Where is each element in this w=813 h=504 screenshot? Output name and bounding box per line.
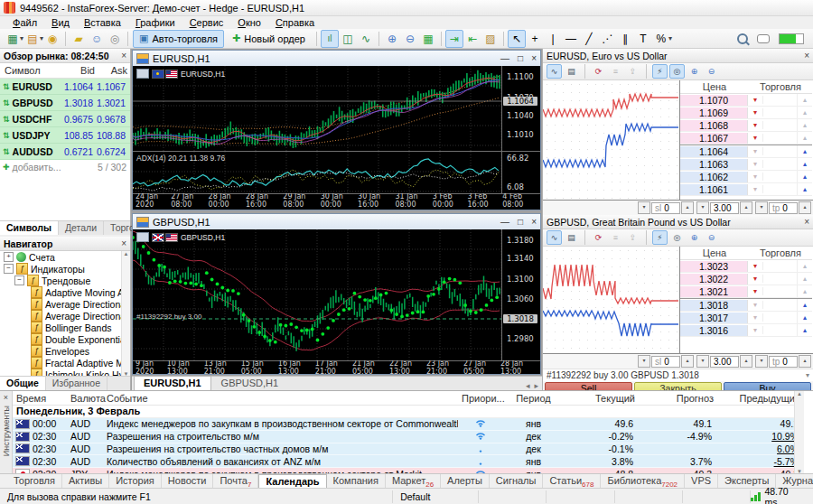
menu-item[interactable]: Вид bbox=[44, 16, 77, 29]
close-icon[interactable]: × bbox=[4, 393, 8, 402]
volume-spinner[interactable]: ▾ 3.00 ▴ bbox=[696, 355, 752, 368]
buy-arrow-icon[interactable]: ▴ bbox=[798, 96, 812, 104]
stop-loss-spinner[interactable]: ▾ sl0 ▴ bbox=[638, 355, 694, 368]
collapse-icon[interactable]: − bbox=[14, 275, 24, 285]
auto-trading-button[interactable]: ▣ Авто-торговля bbox=[133, 30, 224, 48]
sell-arrow-icon[interactable]: ▾ bbox=[748, 96, 763, 104]
bid-ladder-row[interactable]: 1.1063 ▾ ▴ bbox=[680, 158, 812, 171]
buy-arrow-icon[interactable]: ▴ bbox=[798, 108, 812, 117]
increment-icon[interactable]: ▴ bbox=[681, 201, 694, 214]
sell-arrow-icon[interactable]: ▾ bbox=[748, 160, 763, 168]
depth-grid-icon[interactable]: ▤ bbox=[564, 230, 579, 245]
navigator-indicator-item[interactable]: ƒ Bollinger Bands bbox=[0, 322, 130, 333]
close-icon[interactable]: × bbox=[121, 51, 126, 61]
account-icon[interactable]: ☺ bbox=[88, 30, 106, 48]
sell-arrow-icon[interactable]: ▾ bbox=[748, 147, 763, 155]
market-watch-tab[interactable]: Детали bbox=[59, 221, 104, 235]
vertical-line-tool-button[interactable]: | bbox=[544, 30, 562, 48]
navigator-indicator-item[interactable]: ƒ Adaptive Moving Av bbox=[0, 286, 130, 298]
sell-arrow-icon[interactable]: ▾ bbox=[748, 173, 763, 181]
text-tool-button[interactable]: T bbox=[634, 30, 652, 48]
chart-toolbar-icon[interactable] bbox=[136, 69, 149, 79]
tab-scroll-right-icon[interactable]: ▸ bbox=[534, 381, 538, 390]
scroll-up-icon[interactable]: ▲ bbox=[124, 251, 129, 257]
expand-icon[interactable]: + bbox=[4, 252, 14, 262]
calendar-event-row[interactable]: 00:00 AUD Индекс менеджеров по закупкам … bbox=[13, 418, 804, 431]
collapse-icon[interactable]: − bbox=[4, 264, 14, 274]
buy-arrow-icon[interactable]: ▴ bbox=[798, 160, 812, 168]
buy-arrow-icon[interactable]: ▴ bbox=[798, 147, 812, 155]
show-orders-icon[interactable]: ◎ bbox=[669, 64, 685, 79]
ask-ladder-row[interactable]: 1.1070 ▾ ▴ bbox=[680, 94, 812, 107]
ask-ladder-row[interactable]: 1.1068 ▾ ▴ bbox=[680, 119, 812, 132]
toolbox-tab[interactable]: Активы bbox=[62, 474, 109, 488]
bid-ladder-row[interactable]: 1.3017 ▾ ▴ bbox=[680, 312, 812, 324]
close-icon[interactable]: × bbox=[121, 238, 126, 248]
refresh-icon[interactable]: ⟳ bbox=[591, 230, 606, 245]
close-icon[interactable]: × bbox=[531, 53, 537, 63]
buy-arrow-icon[interactable]: ▴ bbox=[798, 185, 812, 193]
history-center-button[interactable]: ◉ bbox=[43, 30, 61, 48]
toolbox-tab[interactable]: VPS bbox=[685, 474, 718, 488]
take-profit-spinner[interactable]: ▾ tp0 ▴ bbox=[755, 201, 811, 214]
ask-ladder-row[interactable]: 1.3021 ▾ ▴ bbox=[680, 285, 812, 298]
navigator-tab[interactable]: Избранное bbox=[46, 377, 107, 390]
navigator-indicator-item[interactable]: ƒ Double Exponential bbox=[0, 333, 130, 345]
chart-shift-button[interactable]: ⇤ bbox=[463, 30, 481, 48]
zoom-out-icon[interactable]: ⊖ bbox=[704, 230, 719, 245]
market-watch-row[interactable]: ⇅AUDUSD 0.6721 0.6724 bbox=[0, 144, 130, 160]
add-symbol-row[interactable]: ✚ добавить... 5 / 302 bbox=[0, 160, 130, 174]
increment-icon[interactable]: ▴ bbox=[740, 201, 752, 214]
zoom-out-button[interactable]: ⊖ bbox=[401, 30, 419, 48]
show-orders-icon[interactable]: ◎ bbox=[669, 230, 685, 245]
menu-item[interactable]: Окно bbox=[230, 16, 268, 29]
zoom-out-icon[interactable]: ⊖ bbox=[704, 64, 719, 79]
buy-arrow-icon[interactable]: ▴ bbox=[798, 301, 812, 309]
decrement-icon[interactable]: ▾ bbox=[638, 201, 650, 214]
sell-arrow-icon[interactable]: ▾ bbox=[748, 313, 763, 322]
broadcast-icon[interactable]: ◎ bbox=[106, 30, 124, 48]
calendar-scrollbar[interactable]: ▲ ▼ bbox=[794, 391, 804, 474]
bid-ladder-row[interactable]: 1.1062 ▾ ▴ bbox=[680, 171, 812, 183]
one-click-trading-icon[interactable]: ⚡ bbox=[652, 64, 668, 79]
position-selector[interactable]: #11392292 buy 3.00 GBPUSD 1.3018 ▾ bbox=[543, 369, 813, 381]
toolbox-tab[interactable]: Сигналы bbox=[490, 474, 544, 488]
toolbox-tab[interactable]: Новости bbox=[162, 474, 214, 488]
cursor-tool-button[interactable]: ↖ bbox=[508, 30, 526, 48]
menu-item[interactable]: Графики bbox=[128, 16, 182, 29]
decrement-icon[interactable]: ▾ bbox=[696, 201, 709, 214]
toolbox-tab[interactable]: Компания bbox=[327, 474, 386, 488]
chart-tab[interactable]: GBPUSD,H1 bbox=[211, 376, 289, 390]
navigator-indicator-item[interactable]: ƒ Fractal Adaptive Mo bbox=[0, 357, 130, 369]
eurusd-window-titlebar[interactable]: EURUSD,H1 — □ × bbox=[133, 51, 540, 66]
crosshair-tool-button[interactable]: + bbox=[526, 30, 544, 48]
tree-node-trend[interactable]: − ƒ Трендовые bbox=[0, 275, 130, 286]
minimize-icon[interactable]: — bbox=[500, 217, 509, 227]
channel-tool-button[interactable]: ∥ bbox=[616, 30, 634, 48]
depth-grid-icon[interactable]: ▤ bbox=[564, 64, 579, 79]
toolbox-tab[interactable]: Библиотека7202 bbox=[601, 474, 685, 488]
toolbox-tab[interactable]: История bbox=[109, 474, 162, 488]
sell-arrow-icon[interactable]: ▾ bbox=[748, 134, 763, 142]
sell-arrow-icon[interactable]: ▾ bbox=[748, 121, 763, 129]
bar-chart-mode-button[interactable]: ıl bbox=[321, 30, 339, 48]
auto-scroll-button[interactable]: ⇥ bbox=[445, 30, 463, 48]
sell-arrow-icon[interactable]: ▾ bbox=[748, 287, 763, 295]
market-watch-row[interactable]: ⇅USDCHF 0.9675 0.9678 bbox=[0, 111, 130, 127]
ask-ladder-row[interactable]: 1.3022 ▾ ▴ bbox=[680, 273, 812, 285]
sell-arrow-icon[interactable]: ▾ bbox=[748, 301, 763, 309]
navigator-indicator-item[interactable]: ƒ Average Directional bbox=[0, 310, 130, 322]
chart-toolbar-icon[interactable] bbox=[136, 232, 149, 242]
minimize-icon[interactable]: — bbox=[500, 53, 509, 63]
toolbox-tab[interactable]: Маркет26 bbox=[386, 474, 441, 488]
gbpusd-main-chart[interactable]: GBPUSD,H1 #11392292 buy 3.00 1.3180 1.31… bbox=[133, 229, 540, 360]
candle-chart-mode-button[interactable]: ◫ bbox=[339, 30, 357, 48]
buy-arrow-icon[interactable]: ▴ bbox=[798, 287, 812, 295]
new-order-button[interactable]: ✚ Новый ордер bbox=[226, 30, 312, 48]
buy-arrow-icon[interactable]: ▴ bbox=[798, 313, 812, 322]
market-watch-row[interactable]: ⇅EURUSD 1.1064 1.1067 bbox=[0, 79, 130, 95]
export-icon[interactable]: ⇪ bbox=[625, 64, 640, 79]
take-profit-spinner[interactable]: ▾ tp0 ▴ bbox=[755, 355, 811, 368]
market-watch-tab[interactable]: Символы bbox=[0, 221, 59, 235]
shapes-tool-button[interactable]: % bbox=[652, 30, 670, 48]
